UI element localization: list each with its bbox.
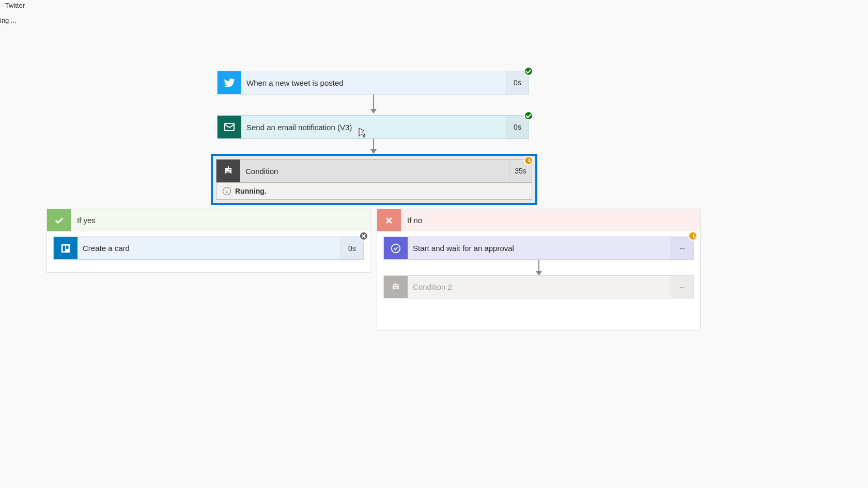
- flow-step-condition[interactable]: Condition 35s i Running.: [211, 154, 537, 205]
- branch-if-no[interactable]: If no Start and wait for an approval -- …: [377, 209, 701, 330]
- close-icon: [377, 209, 401, 231]
- flow-step-email-label: Send an email notification (V3): [241, 116, 506, 138]
- flow-step-create-card-duration: 0s: [340, 237, 363, 259]
- check-icon: [524, 67, 533, 76]
- flow-step-condition-status: i Running.: [216, 183, 532, 200]
- svg-rect-2: [63, 245, 66, 251]
- flow-arrow-icon: [538, 260, 539, 275]
- flow-step-condition-status-text: Running.: [235, 187, 267, 195]
- info-icon: i: [223, 187, 231, 195]
- flow-step-create-card[interactable]: Create a card 0s: [53, 237, 364, 260]
- clock-icon: [688, 231, 698, 241]
- flow-step-approval-duration: --: [671, 237, 693, 259]
- cancel-icon: [359, 231, 368, 241]
- flow-arrow-icon: [373, 139, 374, 153]
- twitter-icon: [218, 71, 241, 94]
- flow-canvas: When a new tweet is posted 0s Send an em…: [0, 24, 868, 479]
- flow-step-email[interactable]: Send an email notification (V3) 0s: [217, 115, 529, 139]
- clock-icon: [524, 156, 533, 165]
- flow-step-trigger[interactable]: When a new tweet is posted 0s: [217, 71, 529, 95]
- branch-if-yes[interactable]: If yes Create a card 0s: [47, 209, 370, 273]
- check-icon: [524, 111, 533, 120]
- browser-tab-title: - Twitter: [0, 0, 868, 9]
- browser-status-text: ing ...: [0, 9, 868, 24]
- flow-step-approval-label: Start and wait for an approval: [408, 237, 671, 259]
- condition-icon: [216, 160, 240, 182]
- trello-icon: [54, 237, 78, 259]
- check-icon: [47, 209, 71, 231]
- approval-icon: [384, 237, 408, 259]
- branch-if-yes-title: If yes: [71, 209, 370, 231]
- branch-if-no-title: If no: [401, 209, 700, 231]
- flow-step-approval[interactable]: Start and wait for an approval --: [383, 237, 694, 260]
- flow-step-condition2[interactable]: Condition 2 --: [383, 275, 694, 298]
- condition-icon: [384, 276, 408, 298]
- flow-step-condition2-duration: --: [671, 276, 693, 298]
- svg-point-4: [392, 244, 400, 253]
- flow-step-condition2-label: Condition 2: [408, 276, 671, 298]
- svg-rect-3: [66, 245, 69, 248]
- svg-rect-1: [61, 244, 70, 253]
- flow-step-create-card-label: Create a card: [78, 237, 340, 259]
- flow-step-condition-label: Condition: [240, 160, 509, 182]
- flow-arrow-icon: [373, 95, 374, 113]
- mail-icon: [218, 116, 241, 138]
- svg-rect-5: [393, 285, 398, 287]
- flow-step-trigger-label: When a new tweet is posted: [241, 71, 506, 94]
